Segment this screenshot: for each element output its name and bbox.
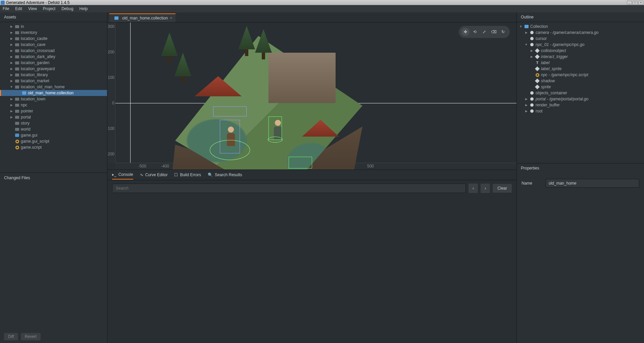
outline-item[interactable]: cursor [517, 36, 644, 42]
asset-item[interactable]: ▶location_crossroad [0, 48, 107, 54]
outline-item[interactable]: ▼Collection [517, 23, 644, 30]
tool-reload-icon[interactable]: ↻ [499, 28, 507, 36]
outline-item[interactable]: Tlabel [517, 60, 644, 66]
asset-item[interactable]: old_man_home.collection [0, 90, 107, 96]
chevron-icon[interactable]: ▶ [9, 37, 13, 40]
editor-panel: old_man_home.collection × 3002001000-100… [107, 12, 516, 343]
chevron-icon[interactable]: ▶ [9, 73, 13, 77]
tab-search-results[interactable]: 🔍 Search Results [208, 170, 242, 179]
asset-item[interactable]: ▶portal [0, 114, 107, 120]
asset-item[interactable]: ▼location_old_man_home [0, 84, 107, 90]
chevron-icon[interactable]: ▶ [9, 103, 13, 107]
ruler-tick: -500 [138, 164, 146, 168]
chevron-icon[interactable]: ▶ [524, 109, 528, 113]
outline-item[interactable]: npc - /game/npc/npc.script [517, 72, 644, 78]
chevron-icon[interactable]: ▼ [524, 43, 528, 46]
search-next-button[interactable]: › [481, 184, 490, 193]
minimize-button[interactable]: _ [627, 1, 632, 5]
asset-item[interactable]: ▶location_garden [0, 60, 107, 66]
chevron-icon[interactable]: ▼ [519, 25, 523, 28]
maximize-button[interactable]: □ [633, 1, 638, 5]
chevron-icon[interactable]: ▶ [9, 67, 13, 70]
chevron-icon[interactable]: ▶ [9, 109, 13, 113]
asset-item[interactable]: ▶inventory [0, 30, 107, 36]
asset-item[interactable]: ▶in [0, 23, 107, 30]
outline-item[interactable]: shadow [517, 78, 644, 84]
outline-tree[interactable]: ▼Collection▶camera - /game/camera/camera… [517, 22, 644, 163]
clear-button[interactable]: Clear [493, 184, 512, 193]
asset-item[interactable]: ▶location_graveyard [0, 66, 107, 72]
tab-close-icon[interactable]: × [170, 16, 172, 20]
assets-tree[interactable]: ▶in▶inventory▶location_castle▶location_c… [0, 22, 107, 173]
outline-item[interactable]: sprite [517, 84, 644, 90]
asset-item[interactable]: ▶pointer [0, 108, 107, 114]
outline-item[interactable]: ▶render_buffer [517, 102, 644, 108]
outline-item[interactable]: ▶portal - /game/portal/portal.go [517, 96, 644, 102]
search-prev-button[interactable]: ‹ [468, 184, 478, 193]
chevron-icon[interactable]: ▶ [9, 97, 13, 101]
tab-collection[interactable]: old_man_home.collection × [109, 13, 176, 22]
outline-item[interactable]: objects_container [517, 90, 644, 96]
tab-build-errors[interactable]: ☐ Build Errors [174, 170, 201, 179]
menu-file[interactable]: File [3, 6, 9, 11]
outline-item[interactable]: ▶interact_trigger [517, 54, 644, 60]
outline-item[interactable]: ▶root [517, 108, 644, 114]
asset-item[interactable]: game.gui [0, 132, 107, 138]
asset-item[interactable]: ▶location_town [0, 96, 107, 102]
diff-button[interactable]: Diff [4, 333, 18, 340]
chevron-icon[interactable]: ▼ [9, 85, 13, 89]
asset-item[interactable]: ▶location_market [0, 78, 107, 84]
ruler-tick: -400 [161, 164, 169, 168]
tool-scale-icon[interactable]: ⤢ [480, 28, 488, 36]
menu-project[interactable]: Project [43, 6, 55, 11]
outline-item[interactable]: ▶camera - /game/camera/camera.go [517, 30, 644, 36]
chevron-icon[interactable]: ▶ [9, 31, 13, 34]
tab-curve-editor[interactable]: ∿ Curve Editor [140, 170, 168, 179]
scene-tree [175, 53, 191, 83]
menu-view[interactable]: View [28, 6, 37, 11]
menu-help[interactable]: Help [80, 6, 88, 11]
chevron-icon[interactable]: ▶ [9, 49, 13, 52]
chevron-icon[interactable]: ▶ [9, 79, 13, 83]
outline-label: npc - /game/npc/npc.script [541, 72, 588, 77]
chevron-icon[interactable]: ▶ [524, 97, 528, 101]
asset-item[interactable]: ▶location_castle [0, 36, 107, 42]
menu-edit[interactable]: Edit [15, 6, 22, 11]
chevron-icon[interactable]: ▶ [524, 103, 528, 107]
menu-debug[interactable]: Debug [61, 6, 73, 11]
revert-button[interactable]: Revert [21, 333, 41, 340]
chevron-icon[interactable]: ▶ [524, 31, 528, 34]
asset-item[interactable]: story [0, 120, 107, 126]
asset-item[interactable]: ▶npc [0, 102, 107, 108]
chevron-icon[interactable]: ▶ [9, 25, 13, 28]
chevron-icon[interactable]: ▶ [9, 55, 13, 58]
asset-item[interactable]: game.gui_script [0, 138, 107, 144]
asset-item[interactable]: game.script [0, 144, 107, 150]
asset-item[interactable]: ▶location_cave [0, 42, 107, 48]
tool-erase-icon[interactable]: ⌫ [490, 28, 498, 36]
chevron-icon[interactable]: ▶ [530, 55, 534, 58]
asset-item[interactable]: ▶location_library [0, 72, 107, 78]
prop-name-input[interactable] [546, 179, 639, 188]
close-button[interactable]: × [638, 1, 643, 5]
outline-item[interactable]: ▶collisionobject [517, 48, 644, 54]
gameobject-icon [530, 37, 534, 40]
tab-console[interactable]: ▸_ Console [112, 170, 133, 180]
tool-rotate-icon[interactable]: ⟲ [471, 28, 479, 36]
chevron-icon[interactable]: ▶ [530, 49, 534, 52]
asset-item[interactable]: world [0, 126, 107, 132]
outline-item[interactable]: label_sprite [517, 66, 644, 72]
asset-label: location_garden [21, 60, 49, 65]
asset-item[interactable]: ▶location_dark_alley [0, 54, 107, 60]
folder-icon [15, 67, 19, 70]
folder-icon [15, 49, 19, 52]
chevron-icon[interactable]: ▶ [9, 115, 13, 119]
console-search-input[interactable] [112, 184, 466, 193]
outline-label: collisionobject [541, 48, 566, 53]
chevron-icon[interactable]: ▶ [9, 43, 13, 46]
folder-icon [15, 37, 19, 40]
outline-item[interactable]: ▼npc_01 - /game/npc/npc.go [517, 42, 644, 48]
scene-viewport[interactable]: 3002001000-100-200-300-400 -500-400-300-… [107, 22, 516, 169]
chevron-icon[interactable]: ▶ [9, 61, 13, 64]
tool-move-icon[interactable]: ✥ [461, 28, 469, 36]
